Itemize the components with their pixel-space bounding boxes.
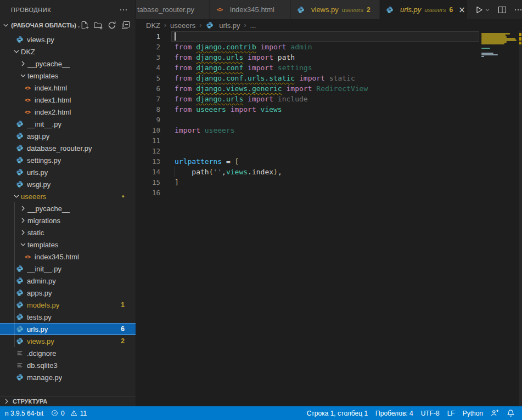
tree-item-__pycache__[interactable]: __pycache__ <box>0 58 136 70</box>
html-icon: <> <box>25 109 30 115</box>
python-icon <box>16 277 24 285</box>
tree-item-useeers[interactable]: useeers● <box>0 190 136 202</box>
breadcrumb-item[interactable]: DKZ <box>146 21 160 30</box>
tree-item-wsgi.py[interactable]: wsgi.py <box>0 178 136 190</box>
tree-item-migrations[interactable]: migrations <box>0 214 136 226</box>
line-number: 5 <box>136 73 162 83</box>
close-icon[interactable]: × <box>458 5 465 15</box>
tree-item-.dcignore[interactable]: .dcignore <box>0 347 136 359</box>
code-line-14[interactable]: 14 path('',views.index), <box>136 167 522 177</box>
tree-item-index2.html[interactable]: <>index2.html <box>0 106 136 118</box>
new-file-button[interactable] <box>80 21 89 30</box>
tree-item-index345.html[interactable]: <>index345.html <box>0 251 136 263</box>
line-number: 4 <box>136 63 162 73</box>
code-line-16[interactable]: 16 <box>136 188 522 198</box>
tree-item-asgi.py[interactable]: asgi.py <box>0 130 136 142</box>
tree-item-manage.py[interactable]: manage.py <box>0 371 136 383</box>
code-line-13[interactable]: 13urlpatterns = [ <box>136 156 522 167</box>
code-line-11[interactable]: 11 <box>136 135 522 146</box>
workspace-section-header[interactable]: (РАБОЧАЯ ОБЛАСТЬ) ... <box>0 19 136 31</box>
tree-item-urls.py[interactable]: urls.py <box>0 166 136 178</box>
line-content: from django.urls import path <box>162 52 295 63</box>
tree-item-admin.py[interactable]: admin.py <box>0 275 136 287</box>
statusbar-python-interpreter[interactable]: n 3.9.5 64-bit <box>1 406 47 420</box>
tree-item-settings.py[interactable]: settings.py <box>0 154 136 166</box>
outline-section-header[interactable]: СТРУКТУРА <box>0 396 136 406</box>
tab-index345.html[interactable]: <>index345.html <box>210 0 291 19</box>
code-line-2[interactable]: 2from django.contrib import admin <box>136 42 522 52</box>
chevron-down-icon <box>12 47 21 56</box>
statusbar-notifications[interactable] <box>503 406 519 420</box>
tree-item-views.py[interactable]: views.py2 <box>0 335 136 347</box>
tree-item-index1.html[interactable]: <>index1.html <box>0 94 136 106</box>
collapse-all-button[interactable] <box>121 21 130 30</box>
tree-item-__init__.py[interactable]: __init__.py <box>0 263 136 275</box>
code-line-9[interactable]: 9 <box>136 115 522 125</box>
refresh-button[interactable] <box>108 21 116 30</box>
indent-guide <box>14 263 15 275</box>
python-icon <box>16 265 24 273</box>
new-folder-button[interactable] <box>94 21 103 30</box>
tree-item-tests.py[interactable]: tests.py <box>0 311 136 323</box>
code-line-1[interactable]: 1 <box>136 31 522 42</box>
python-icon <box>386 6 394 14</box>
code-line-3[interactable]: 3from django.urls import path <box>136 52 522 63</box>
run-button[interactable] <box>475 5 491 14</box>
tab-tabase_roouter.py[interactable]: tabase_roouter.py <box>136 0 210 19</box>
tree-item-templates[interactable]: templates <box>0 239 136 251</box>
code-line-5[interactable]: 5from django.conf.urls.static import sta… <box>136 73 522 83</box>
tree-item-__pycache__[interactable]: __pycache__ <box>0 202 136 214</box>
statusbar-feedback[interactable] <box>487 406 503 420</box>
tab-urls.py[interactable]: urls.pyuseeers6× <box>380 0 468 19</box>
code-line-12[interactable]: 12 <box>136 146 522 156</box>
explorer-sidebar: ПРОВОДНИК (РАБОЧАЯ ОБЛАСТЬ) ... views.py… <box>0 0 136 406</box>
statusbar-language-mode[interactable]: Python <box>459 406 487 420</box>
minimap[interactable] <box>480 31 519 108</box>
more-actions-button[interactable] <box>514 5 522 14</box>
tab-views.py[interactable]: views.pyuseeers2 <box>291 0 380 19</box>
line-content: from django.conf.urls.static import stat… <box>162 73 355 83</box>
line-number: 9 <box>136 115 162 125</box>
file-label: wsgi.py <box>27 180 50 189</box>
statusbar-encoding[interactable]: UTF-8 <box>417 406 444 420</box>
file-label: index.html <box>35 84 67 92</box>
tree-item-db.sqlite3[interactable]: db.sqlite3 <box>0 359 136 371</box>
editor-scrollbar[interactable] <box>519 31 522 406</box>
overview-warning-mark <box>519 42 521 44</box>
tree-item-views.py[interactable]: views.py <box>0 33 136 46</box>
line-number: 16 <box>136 188 162 198</box>
breadcrumb-item[interactable]: ... <box>250 21 256 30</box>
breadcrumb-item[interactable]: useeers <box>170 21 195 30</box>
tree-item-apps.py[interactable]: apps.py <box>0 287 136 299</box>
status-bar-left: n 3.9.5 64-bit011 <box>1 406 91 420</box>
statusbar-indentation[interactable]: Пробелов: 4 <box>372 406 417 420</box>
tree-item-static[interactable]: static <box>0 226 136 239</box>
html-icon: <> <box>25 97 30 103</box>
more-icon[interactable] <box>119 5 128 14</box>
split-editor-button[interactable] <box>498 5 507 14</box>
line-content: urlpatterns = [ <box>162 156 239 167</box>
code-line-7[interactable]: 7from django.urls import include <box>136 94 522 104</box>
code-line-15[interactable]: 15] <box>136 177 522 188</box>
tree-item-__init__.py[interactable]: __init__.py <box>0 118 136 130</box>
code-line-4[interactable]: 4from django.conf import settings <box>136 63 522 73</box>
tree-item-database_roouter.py[interactable]: database_roouter.py <box>0 142 136 154</box>
tree-item-models.py[interactable]: models.py1 <box>0 299 136 311</box>
file-label: templates <box>27 72 58 80</box>
overview-warning-mark <box>519 33 521 36</box>
code-editor[interactable]: 12from django.contrib import admin3from … <box>136 31 522 406</box>
tree-item-DKZ[interactable]: DKZ <box>0 46 136 58</box>
code-line-10[interactable]: 10import useeers <box>136 125 522 135</box>
tree-item-index.html[interactable]: <>index.html <box>0 82 136 94</box>
file-label: index2.html <box>35 108 71 116</box>
file-icon <box>15 349 24 357</box>
code-line-8[interactable]: 8from useeers import views <box>136 104 522 115</box>
statusbar-eol[interactable]: LF <box>444 406 459 420</box>
breadcrumb-item[interactable]: urls.py <box>205 21 240 30</box>
python-icon <box>15 300 24 309</box>
tree-item-templates[interactable]: templates <box>0 70 136 82</box>
statusbar-problems-indicator[interactable]: 011 <box>47 406 91 420</box>
statusbar-cursor-position[interactable]: Строка 1, столбец 1 <box>303 406 372 420</box>
tree-item-urls.py[interactable]: urls.py6 <box>0 323 136 335</box>
code-line-6[interactable]: 6from django.views.generic import Redire… <box>136 83 522 94</box>
